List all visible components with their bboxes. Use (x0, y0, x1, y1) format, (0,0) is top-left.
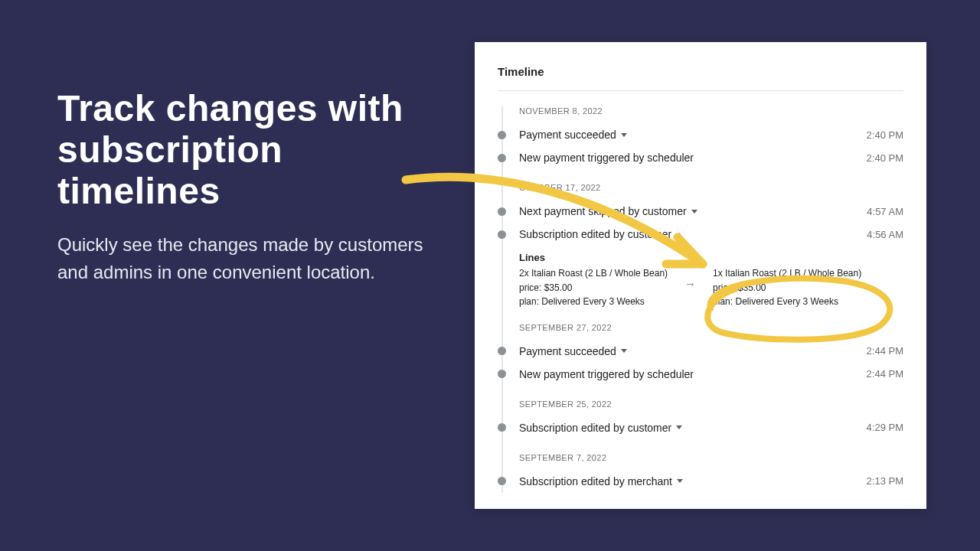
timeline-item-label: Subscription edited by merchant (519, 475, 683, 487)
timeline-card: Timeline NOVEMBER 8, 2022 Payment succee… (475, 42, 926, 509)
timeline-item-skipped[interactable]: Next payment skipped by customer 4:57 AM (498, 200, 903, 223)
timeline: NOVEMBER 8, 2022 Payment succeeded 2:40 … (498, 106, 903, 493)
timeline-item-edited-merchant[interactable]: Subscription edited by merchant 2:13 PM (498, 470, 903, 493)
timeline-item-label: New payment triggered by scheduler (519, 368, 694, 380)
timeline-item-time: 4:57 AM (867, 206, 903, 217)
timeline-dot-icon (498, 477, 506, 485)
timeline-item-time: 2:44 PM (867, 345, 903, 357)
timeline-item-time: 2:40 PM (867, 152, 903, 164)
detail-after: 1x Italian Roast (2 LB / Whole Bean) pri… (713, 266, 861, 309)
timeline-item-time: 4:56 AM (867, 229, 903, 240)
timeline-dot-icon (498, 370, 506, 378)
chevron-down-icon (621, 133, 627, 137)
detail-before: 2x Italian Roast (2 LB / Whole Bean) pri… (519, 266, 668, 309)
chevron-down-icon (691, 210, 697, 214)
card-title: Timeline (498, 65, 903, 91)
date-header: NOVEMBER 8, 2022 (498, 106, 903, 116)
chevron-down-icon (677, 479, 683, 483)
date-header: OCTOBER 17, 2022 (498, 183, 903, 192)
timeline-item-payment-succeeded[interactable]: Payment succeeded 2:44 PM (498, 340, 903, 363)
chevron-up-icon (676, 233, 682, 236)
timeline-item-time: 2:13 PM (867, 475, 903, 487)
timeline-item-time: 2:40 PM (867, 129, 903, 141)
timeline-dot-icon (498, 154, 506, 162)
hero-copy: Track changes with subscription timeline… (57, 88, 456, 286)
timeline-item-label: Subscription edited by customer (519, 228, 682, 240)
chevron-down-icon (676, 425, 682, 429)
chevron-down-icon (621, 349, 627, 353)
timeline-item-label: New payment triggered by scheduler (519, 152, 694, 164)
hero-subtitle: Quickly see the changes made by customer… (57, 231, 456, 286)
timeline-item-detail: Lines 2x Italian Roast (2 LB / Whole Bea… (519, 252, 903, 309)
timeline-item-edited[interactable]: Subscription edited by customer 4:29 PM (498, 416, 903, 439)
timeline-item-time: 2:44 PM (867, 368, 903, 380)
timeline-item-time: 4:29 PM (867, 422, 903, 433)
timeline-item-label: Payment succeeded (519, 345, 627, 357)
arrow-right-icon: → (684, 277, 696, 290)
timeline-dot-icon (498, 230, 506, 239)
date-header: SEPTEMBER 25, 2022 (498, 399, 903, 409)
timeline-item-label: Payment succeeded (519, 129, 627, 141)
detail-header: Lines (519, 252, 903, 263)
timeline-dot-icon (498, 131, 506, 139)
hero-title: Track changes with subscription timeline… (57, 88, 456, 211)
timeline-item-new-payment: New payment triggered by scheduler 2:40 … (498, 146, 903, 169)
timeline-dot-icon (498, 347, 506, 355)
timeline-item-edited-expanded[interactable]: Subscription edited by customer 4:56 AM (498, 223, 903, 246)
timeline-dot-icon (498, 207, 506, 216)
date-header: SEPTEMBER 7, 2022 (498, 453, 903, 462)
timeline-item-label: Subscription edited by customer (519, 422, 682, 434)
date-header: SEPTEMBER 27, 2022 (498, 323, 903, 332)
timeline-item-payment-succeeded[interactable]: Payment succeeded 2:40 PM (498, 123, 903, 146)
timeline-item-label: Next payment skipped by customer (519, 205, 697, 217)
timeline-dot-icon (498, 423, 506, 432)
timeline-item-new-payment: New payment triggered by scheduler 2:44 … (498, 363, 903, 386)
